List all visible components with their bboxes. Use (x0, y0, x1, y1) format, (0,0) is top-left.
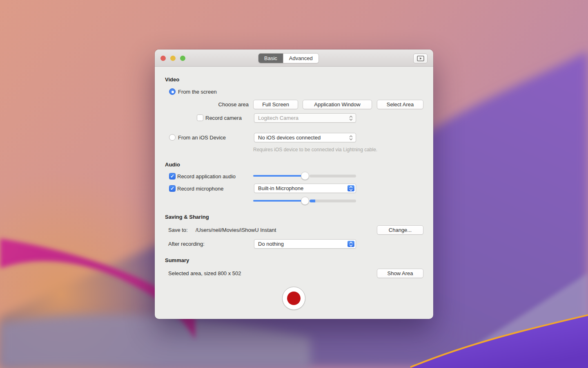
titlebar[interactable]: Basic Advanced (155, 49, 433, 67)
record-camera-checkbox[interactable] (197, 114, 203, 121)
chevron-up-down-icon (347, 185, 354, 191)
chevron-up-down-icon (347, 135, 354, 141)
chevron-up-down-icon (347, 241, 354, 247)
camera-select-value: Logitech Camera (258, 115, 298, 121)
tab-basic[interactable]: Basic (258, 54, 283, 63)
mode-segmented-control: Basic Advanced (258, 53, 319, 63)
saving-section-heading: Saving & Sharing (165, 214, 209, 220)
checkmark-icon: ✓ (170, 174, 174, 179)
level-fill (310, 200, 315, 202)
change-button[interactable]: Change... (377, 225, 423, 235)
full-screen-button[interactable]: Full Screen (253, 100, 298, 109)
slider-fill (253, 175, 305, 177)
record-microphone-checkbox[interactable]: ✓ (169, 185, 176, 192)
checkmark-icon: ✓ (170, 186, 174, 191)
microphone-volume-slider[interactable] (253, 197, 305, 205)
from-screen-label: From the screen (178, 89, 217, 95)
zoom-button[interactable] (180, 56, 185, 61)
tab-advanced[interactable]: Advanced (283, 54, 318, 63)
chevron-up-down-icon (347, 115, 354, 121)
summary-section-heading: Summary (165, 257, 189, 263)
ios-help-text: Requires iOS device to be connected via … (253, 147, 377, 153)
from-screen-radio[interactable] (169, 88, 176, 95)
choose-area-label: Choose area (192, 101, 249, 108)
record-camera-label: Record camera (205, 115, 242, 121)
record-dot-icon (287, 292, 301, 305)
application-window-button[interactable]: Application Window (303, 100, 372, 109)
save-path-value: /Users/neil/Movies/iShowU Instant (196, 227, 276, 233)
after-recording-select-value: Do nothing (258, 241, 284, 247)
save-to-label: Save to: (168, 227, 188, 233)
after-recording-label: After recording: (168, 241, 205, 247)
show-area-button[interactable]: Show Area (377, 269, 423, 278)
ios-device-select-value: No iOS devices connected (258, 135, 321, 141)
app-window: Basic Advanced Video From the screen Cho… (155, 49, 433, 319)
slider-knob[interactable] (301, 197, 309, 205)
microphone-select[interactable]: Built-in Microphone (254, 184, 356, 193)
slider-knob[interactable] (301, 172, 309, 180)
app-audio-level-meter (310, 175, 356, 177)
record-microphone-label: Record microphone (177, 186, 223, 192)
from-ios-radio[interactable] (169, 134, 176, 141)
slider-fill (253, 200, 305, 202)
microphone-select-value: Built-in Microphone (258, 185, 303, 191)
from-ios-label: From an iOS Device (178, 135, 226, 141)
camera-select[interactable]: Logitech Camera (254, 113, 356, 123)
select-area-button[interactable]: Select Area (377, 100, 423, 109)
play-in-rectangle-icon (417, 56, 424, 61)
minimize-button[interactable] (170, 56, 176, 61)
close-button[interactable] (160, 56, 166, 61)
desktop: Basic Advanced Video From the screen Cho… (0, 0, 588, 368)
record-button[interactable] (282, 287, 305, 310)
record-app-audio-label: Record application audio (177, 173, 236, 180)
microphone-level-meter (310, 200, 356, 202)
ios-device-select[interactable]: No iOS devices connected (254, 133, 356, 142)
audio-section-heading: Audio (165, 162, 180, 168)
record-app-audio-checkbox[interactable]: ✓ (169, 173, 176, 180)
preview-player-button[interactable] (413, 54, 428, 63)
summary-text: Selected area, sized 800 x 502 (168, 270, 241, 276)
video-section-heading: Video (165, 76, 179, 83)
app-audio-volume-slider[interactable] (253, 172, 305, 180)
after-recording-select[interactable]: Do nothing (254, 239, 356, 249)
